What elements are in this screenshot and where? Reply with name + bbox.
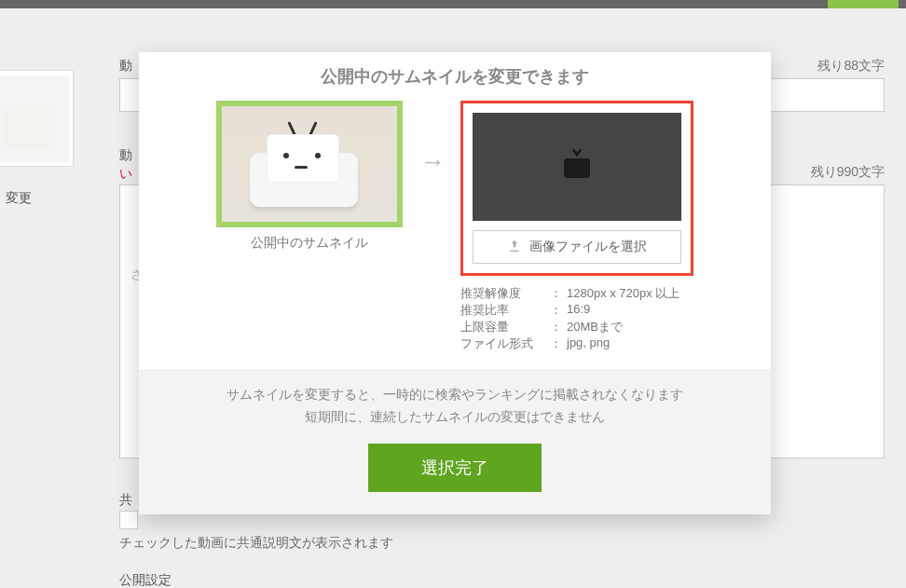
modal-title: 公開中のサムネイルを変更できます bbox=[139, 65, 771, 88]
bg-check-note: チェックした動画に共通説明文が表示されます bbox=[119, 535, 393, 552]
bg-label-title: 動 bbox=[119, 58, 132, 75]
select-image-button[interactable]: 画像ファイルを選択 bbox=[473, 230, 681, 264]
upload-icon bbox=[507, 239, 522, 256]
upload-placeholder bbox=[473, 113, 681, 221]
app-topbar bbox=[0, 0, 906, 8]
spec-res-val: 1280px x 720px 以上 bbox=[567, 285, 680, 302]
bg-label-desc: 動 bbox=[119, 147, 132, 164]
new-thumbnail-column: 画像ファイルを選択 推奨解像度：1280px x 720px 以上 推奨比率：1… bbox=[460, 101, 693, 352]
bg-desc-hint: い bbox=[119, 166, 132, 183]
arrow-right-icon: → bbox=[419, 147, 444, 177]
upload-highlight-box: 画像ファイルを選択 bbox=[460, 101, 693, 276]
spec-fmt-val: jpg, png bbox=[567, 335, 610, 352]
spec-ratio-key: 推奨比率 bbox=[460, 302, 550, 319]
spec-res-key: 推奨解像度 bbox=[460, 285, 550, 302]
bg-shared-checkbox[interactable] bbox=[119, 511, 138, 529]
submit-button[interactable]: 選択完了 bbox=[368, 444, 542, 492]
current-thumbnail-frame bbox=[216, 101, 403, 227]
tv-icon bbox=[557, 145, 597, 188]
bg-title-counter: 残り88文字 bbox=[817, 58, 885, 75]
spec-list: 推奨解像度：1280px x 720px 以上 推奨比率：16:9 上限容量：2… bbox=[460, 285, 693, 352]
bg-video-thumb bbox=[0, 70, 74, 167]
current-thumbnail-column: 公開中のサムネイル bbox=[216, 101, 403, 252]
select-image-label: 画像ファイルを選択 bbox=[529, 239, 647, 255]
spec-size-key: 上限容量 bbox=[460, 319, 550, 335]
spec-size-val: 20MBまで bbox=[567, 319, 623, 335]
bg-publish-setting: 公開設定 bbox=[119, 572, 172, 588]
modal-footer: サムネイルを変更すると、一時的に検索やランキングに掲載されなくなります 短期間に… bbox=[139, 369, 771, 514]
bg-shared-label: 共 bbox=[119, 492, 132, 509]
spec-ratio-val: 16:9 bbox=[567, 302, 590, 319]
current-thumbnail-image bbox=[222, 106, 397, 222]
bg-desc-counter: 残り990文字 bbox=[811, 164, 885, 181]
modal-note-line1: サムネイルを変更すると、一時的に検索やランキングに掲載されなくなります bbox=[158, 384, 752, 406]
thumbnail-change-modal: 公開中のサムネイルを変更できます 公開中のサムネイル → bbox=[139, 52, 771, 514]
modal-note-line2: 短期間に、連続したサムネイルの変更はできません bbox=[158, 406, 752, 429]
spec-fmt-key: ファイル形式 bbox=[460, 335, 550, 352]
bg-sidebar-change[interactable]: 変更 bbox=[6, 190, 32, 207]
current-thumbnail-caption: 公開中のサムネイル bbox=[216, 235, 403, 252]
